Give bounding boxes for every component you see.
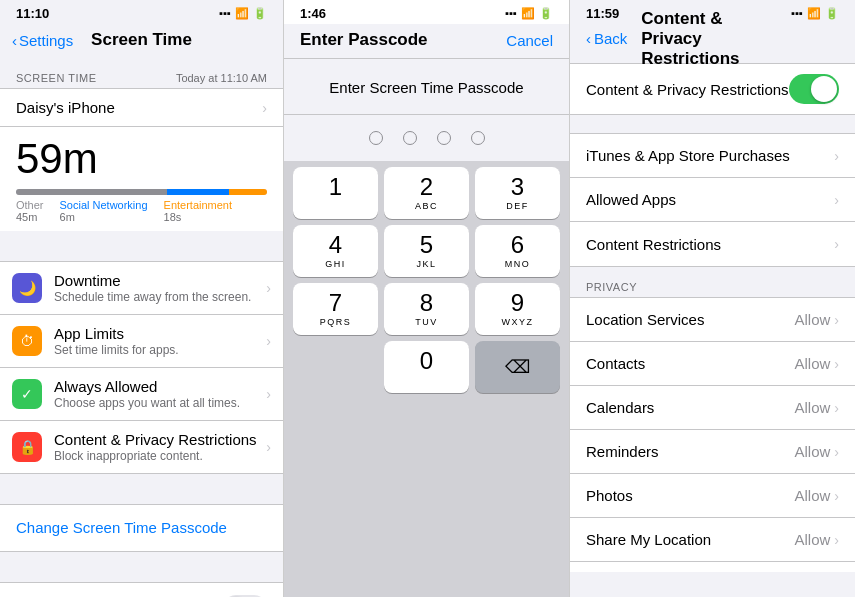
privacy-section-header: PRIVACY (570, 267, 855, 297)
chevron-left-icon: ‹ (12, 32, 17, 49)
time-1: 11:10 (16, 6, 49, 21)
downtime-icon: 🌙 (12, 273, 42, 303)
downtime-row[interactable]: 🌙 Downtime Schedule time away from the s… (0, 262, 283, 315)
passcode-dots (284, 115, 569, 161)
wifi-icon-2: 📶 (521, 7, 535, 20)
content-restrictions-row[interactable]: Content Restrictions › (570, 222, 855, 266)
status-bar-2: 1:46 ▪▪▪ 📶 🔋 (284, 0, 569, 24)
device-name: Daisy's iPhone (16, 99, 115, 116)
bar-other (16, 189, 167, 195)
wifi-icon-1: 📶 (235, 7, 249, 20)
status-icons-1: ▪▪▪ 📶 🔋 (219, 7, 267, 20)
calendars-chevron-icon: › (834, 400, 839, 416)
keypad-row-1: 1 2 ABC 3 DEF (290, 167, 563, 219)
content-privacy-toggle[interactable] (789, 74, 839, 104)
signal-icon-2: ▪▪▪ (505, 7, 517, 19)
key-6[interactable]: 6 MNO (475, 225, 560, 277)
store-group: iTunes & App Store Purchases › Allowed A… (570, 133, 855, 267)
back-button-3[interactable]: ‹ Back (586, 30, 627, 47)
content-privacy-text: Content & Privacy Restrictions Block ina… (54, 431, 260, 463)
settings-back-button[interactable]: ‹ Settings (12, 32, 73, 49)
p3-scroll-content: Content & Privacy Restrictions iTunes & … (570, 55, 855, 572)
bar-entertainment (229, 189, 267, 195)
nav-bar-2: Enter Passcode Cancel (284, 24, 569, 58)
allowed-apps-chevron-icon: › (834, 192, 839, 208)
status-icons-2: ▪▪▪ 📶 🔋 (505, 7, 553, 20)
signal-icon-3: ▪▪▪ (791, 7, 803, 19)
key-1[interactable]: 1 (293, 167, 378, 219)
cancel-button[interactable]: Cancel (506, 32, 553, 49)
key-8[interactable]: 8 TUV (384, 283, 469, 335)
key-0[interactable]: 0 (384, 341, 469, 393)
photos-chevron-icon: › (834, 488, 839, 504)
content-privacy-nav-title: Content & Privacy Restrictions (641, 9, 784, 69)
photos-right: Allow › (794, 487, 839, 504)
keypad-container: 1 2 ABC 3 DEF 4 GHI 5 JKL 6 MN (284, 161, 569, 405)
calendars-right: Allow › (794, 399, 839, 416)
always-allowed-row[interactable]: ✓ Always Allowed Choose apps you want at… (0, 368, 283, 421)
status-bar-1: 11:10 ▪▪▪ 📶 🔋 (0, 0, 283, 24)
reminders-row[interactable]: Reminders Allow › (570, 430, 855, 474)
bar-labels: Other 45m Social Networking 6m Entertain… (16, 199, 267, 223)
time-2: 1:46 (300, 6, 326, 21)
content-restrictions-chevron-icon: › (834, 236, 839, 252)
content-privacy-chevron-icon: › (266, 439, 271, 455)
battery-icon-2: 🔋 (539, 7, 553, 20)
key-4[interactable]: 4 GHI (293, 225, 378, 277)
nav-bar-3: ‹ Back Content & Privacy Restrictions (570, 24, 855, 55)
passcode-title: Enter Passcode (300, 30, 428, 50)
privacy-group: Location Services Allow › Contacts Allow… (570, 297, 855, 572)
key-empty (293, 341, 378, 393)
bar-social (167, 189, 230, 195)
key-2[interactable]: 2 ABC (384, 167, 469, 219)
keypad-row-2: 4 GHI 5 JKL 6 MNO (290, 225, 563, 277)
dot-1 (369, 131, 383, 145)
status-icons-3: ▪▪▪ 📶 🔋 (791, 7, 839, 20)
key-5[interactable]: 5 JKL (384, 225, 469, 277)
key-7[interactable]: 7 PQRS (293, 283, 378, 335)
content-privacy-panel: 11:59 ▪▪▪ 📶 🔋 ‹ Back Content & Privacy R… (570, 0, 855, 597)
content-privacy-toggle-label: Content & Privacy Restrictions (586, 81, 789, 98)
itunes-chevron-icon: › (834, 148, 839, 164)
section-date: Today at 11:10 AM (176, 72, 267, 84)
toggle-on-knob (811, 76, 837, 102)
chevron-left-icon-3: ‹ (586, 30, 591, 47)
location-chevron-icon: › (834, 312, 839, 328)
contacts-right: Allow › (794, 355, 839, 372)
app-limits-row[interactable]: ⏱ App Limits Set time limits for apps. › (0, 315, 283, 368)
itunes-right: › (834, 148, 839, 164)
change-passcode-label: Change Screen Time Passcode (16, 519, 227, 536)
delete-key[interactable]: ⌫ (475, 341, 560, 393)
time-3: 11:59 (586, 6, 619, 21)
itunes-row[interactable]: iTunes & App Store Purchases › (570, 134, 855, 178)
calendars-row[interactable]: Calendars Allow › (570, 386, 855, 430)
contacts-row[interactable]: Contacts Allow › (570, 342, 855, 386)
section-gap-3 (0, 552, 283, 570)
content-privacy-toggle-row: Content & Privacy Restrictions (570, 63, 855, 115)
downtime-text: Downtime Schedule time away from the scr… (54, 272, 260, 304)
signal-icon-1: ▪▪▪ (219, 7, 231, 19)
bluetooth-row[interactable]: Bluetooth Sharing Allow › (570, 562, 855, 572)
keypad-row-4: 0 ⌫ (290, 341, 563, 393)
allowed-apps-row[interactable]: Allowed Apps › (570, 178, 855, 222)
share-group: Share Across Devices You can enable this… (0, 582, 283, 597)
change-passcode-row[interactable]: Change Screen Time Passcode (0, 504, 283, 552)
app-limits-icon: ⏱ (12, 326, 42, 356)
always-allowed-text: Always Allowed Choose apps you want at a… (54, 378, 260, 410)
key-3[interactable]: 3 DEF (475, 167, 560, 219)
content-privacy-row[interactable]: 🔒 Content & Privacy Restrictions Block i… (0, 421, 283, 473)
bar-track (16, 189, 267, 195)
section-label: SCREEN TIME (16, 72, 96, 84)
photos-row[interactable]: Photos Allow › (570, 474, 855, 518)
key-9[interactable]: 9 WXYZ (475, 283, 560, 335)
share-row: Share Across Devices (0, 583, 283, 597)
bar-label-other: Other 45m (16, 199, 44, 223)
section-gap-2 (0, 474, 283, 492)
battery-icon-3: 🔋 (825, 7, 839, 20)
screen-time-section-header: SCREEN TIME Today at 11:10 AM (0, 58, 283, 88)
location-services-row[interactable]: Location Services Allow › (570, 298, 855, 342)
share-location-row[interactable]: Share My Location Allow › (570, 518, 855, 562)
screen-time-panel: 11:10 ▪▪▪ 📶 🔋 ‹ Settings Screen Time SCR… (0, 0, 283, 597)
device-row[interactable]: Daisy's iPhone › (0, 88, 283, 127)
passcode-prompt: Enter Screen Time Passcode (284, 59, 569, 115)
